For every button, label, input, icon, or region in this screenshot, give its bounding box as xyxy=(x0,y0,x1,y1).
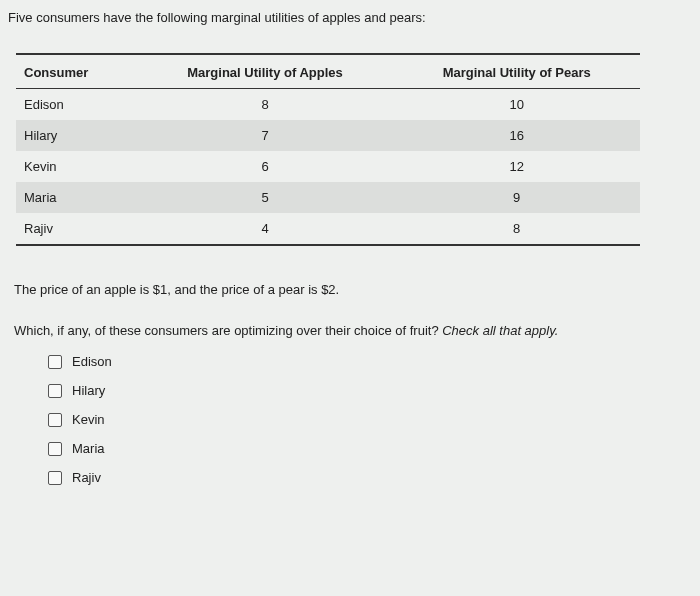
options-group: Edison Hilary Kevin Maria Rajiv xyxy=(48,354,686,485)
cell-pears: 12 xyxy=(394,151,640,182)
header-consumer: Consumer xyxy=(16,54,136,89)
cell-consumer: Kevin xyxy=(16,151,136,182)
cell-consumer: Rajiv xyxy=(16,213,136,245)
cell-consumer: Maria xyxy=(16,182,136,213)
option-kevin[interactable]: Kevin xyxy=(48,412,686,427)
utility-table-container: Consumer Marginal Utility of Apples Marg… xyxy=(16,53,640,246)
cell-pears: 9 xyxy=(394,182,640,213)
cell-pears: 8 xyxy=(394,213,640,245)
question-prefix: Which, if any, of these consumers are op… xyxy=(14,323,442,338)
header-apples: Marginal Utility of Apples xyxy=(136,54,393,89)
option-label: Kevin xyxy=(72,412,105,427)
table-row: Kevin 6 12 xyxy=(16,151,640,182)
table-header-row: Consumer Marginal Utility of Apples Marg… xyxy=(16,54,640,89)
checkbox-icon[interactable] xyxy=(48,355,62,369)
cell-apples: 6 xyxy=(136,151,393,182)
intro-text: Five consumers have the following margin… xyxy=(8,10,686,25)
cell-consumer: Edison xyxy=(16,89,136,121)
option-hilary[interactable]: Hilary xyxy=(48,383,686,398)
option-maria[interactable]: Maria xyxy=(48,441,686,456)
table-row: Rajiv 4 8 xyxy=(16,213,640,245)
cell-apples: 4 xyxy=(136,213,393,245)
option-rajiv[interactable]: Rajiv xyxy=(48,470,686,485)
question-suffix: Check all that apply. xyxy=(442,323,558,338)
option-label: Edison xyxy=(72,354,112,369)
cell-consumer: Hilary xyxy=(16,120,136,151)
checkbox-icon[interactable] xyxy=(48,413,62,427)
cell-apples: 7 xyxy=(136,120,393,151)
checkbox-icon[interactable] xyxy=(48,442,62,456)
option-label: Rajiv xyxy=(72,470,101,485)
cell-apples: 5 xyxy=(136,182,393,213)
cell-apples: 8 xyxy=(136,89,393,121)
option-label: Hilary xyxy=(72,383,105,398)
checkbox-icon[interactable] xyxy=(48,471,62,485)
option-label: Maria xyxy=(72,441,105,456)
table-row: Maria 5 9 xyxy=(16,182,640,213)
utility-table: Consumer Marginal Utility of Apples Marg… xyxy=(16,53,640,246)
cell-pears: 10 xyxy=(394,89,640,121)
header-pears: Marginal Utility of Pears xyxy=(394,54,640,89)
cell-pears: 16 xyxy=(394,120,640,151)
price-text: The price of an apple is $1, and the pri… xyxy=(14,282,686,297)
checkbox-icon[interactable] xyxy=(48,384,62,398)
option-edison[interactable]: Edison xyxy=(48,354,686,369)
table-row: Hilary 7 16 xyxy=(16,120,640,151)
question-text: Which, if any, of these consumers are op… xyxy=(14,323,686,338)
table-row: Edison 8 10 xyxy=(16,89,640,121)
